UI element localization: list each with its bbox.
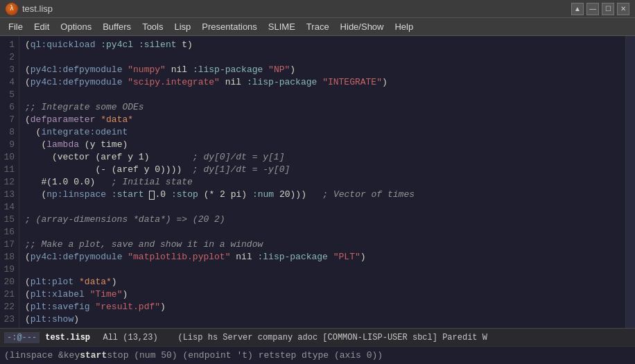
- status-extra-text: (Lisp hs Server company adoc [COMMON-LIS…: [177, 333, 487, 343]
- code-line-21: (plt:xlabel "Time"): [25, 288, 625, 301]
- menu-hideshow[interactable]: Hide/Show: [335, 19, 390, 35]
- status-mode: -:@---: [4, 332, 40, 343]
- minibuffer-content: stop (num 50) (endpoint 't) retstep dtyp…: [107, 350, 383, 361]
- code-line-14: [25, 201, 625, 214]
- maximize-button[interactable]: ☐: [602, 3, 614, 15]
- menu-options[interactable]: Options: [55, 19, 97, 35]
- code-line-9: (lambda (y time): [25, 139, 625, 151]
- code-line-2: [25, 51, 625, 64]
- code-line-17: ;; Make a plot, save and show it in a wi…: [25, 239, 625, 251]
- status-bar: -:@--- test.lisp All (13,23) (Lisp hs Se…: [0, 328, 635, 346]
- code-line-10: (vector (aref y 1) ; dy[0]/dt = y[1]: [25, 151, 625, 164]
- minibuffer-prefix: (linspace &key: [4, 350, 80, 361]
- minibuffer: (linspace &key start stop (num 50) (endp…: [0, 346, 635, 364]
- menu-lisp[interactable]: Lisp: [168, 19, 196, 35]
- app-icon: λ: [6, 3, 18, 15]
- code-line-12: #(1.0 0.0) ; Initial state: [25, 176, 625, 189]
- menu-bar: File Edit Options Buffers Tools Lisp Pre…: [0, 18, 635, 36]
- code-line-4: (py4cl:defpymodule "scipy.integrate" nil…: [25, 76, 625, 89]
- menu-trace[interactable]: Trace: [301, 19, 335, 35]
- menu-presentations[interactable]: Presentations: [196, 19, 263, 35]
- status-filename: test.lisp: [45, 333, 90, 343]
- iconify-button[interactable]: —: [586, 3, 599, 15]
- title-text: test.lisp: [22, 3, 53, 14]
- title-bar: λ test.lisp ▲ — ☐ ✕: [0, 0, 635, 18]
- status-all: All (13,23): [103, 333, 157, 343]
- minibuffer-keyword: start: [80, 350, 107, 361]
- scrollbar[interactable]: [625, 36, 635, 328]
- code-line-18: (py4cl:defpymodule "matplotlib.pyplot" n…: [25, 251, 625, 263]
- close-button[interactable]: ✕: [617, 3, 629, 15]
- code-line-6: ;; Integrate some ODEs: [25, 101, 625, 114]
- code-line-22: (plt:savefig "result.pdf"): [25, 301, 625, 313]
- title-bar-left: λ test.lisp: [6, 3, 53, 15]
- window-controls: ▲ — ☐ ✕: [571, 3, 629, 15]
- status-extra: [158, 333, 178, 343]
- code-line-13: (np:linspace :start .0 :stop (* 2 pi) :n…: [25, 189, 625, 201]
- code-line-19: [25, 263, 625, 276]
- code-line-11: (- (aref y 0)))) ; dy[1]/dt = -y[0]: [25, 164, 625, 176]
- code-line-1: (ql:quickload :py4cl :silent t): [25, 39, 625, 51]
- menu-tools[interactable]: Tools: [137, 19, 168, 35]
- code-line-16: [25, 226, 625, 239]
- code-line-3: (py4cl:defpymodule "numpy" nil :lisp-pac…: [25, 64, 625, 76]
- code-line-7: (defparameter *data*: [25, 114, 625, 126]
- code-line-15: ; (array-dimensions *data*) => (20 2): [25, 214, 625, 226]
- menu-help[interactable]: Help: [389, 19, 419, 35]
- menu-slime[interactable]: SLIME: [263, 19, 301, 35]
- menu-edit[interactable]: Edit: [28, 19, 55, 35]
- code-line-20: (plt:plot *data*): [25, 276, 625, 288]
- menu-buffers[interactable]: Buffers: [97, 19, 137, 35]
- status-position: [93, 333, 103, 343]
- editor-container: 1 2 3 4 5 6 7 8 9 10 11 12 13 14 15 16 1…: [0, 36, 635, 328]
- menu-file[interactable]: File: [3, 19, 28, 35]
- code-area[interactable]: (ql:quickload :py4cl :silent t) (py4cl:d…: [19, 36, 625, 328]
- line-numbers: 1 2 3 4 5 6 7 8 9 10 11 12 13 14 15 16 1…: [0, 36, 19, 328]
- code-line-23: (plt:show): [25, 313, 625, 326]
- code-line-8: (integrate:odeint: [25, 126, 625, 139]
- minimize-button[interactable]: ▲: [571, 3, 584, 15]
- code-line-5: [25, 89, 625, 101]
